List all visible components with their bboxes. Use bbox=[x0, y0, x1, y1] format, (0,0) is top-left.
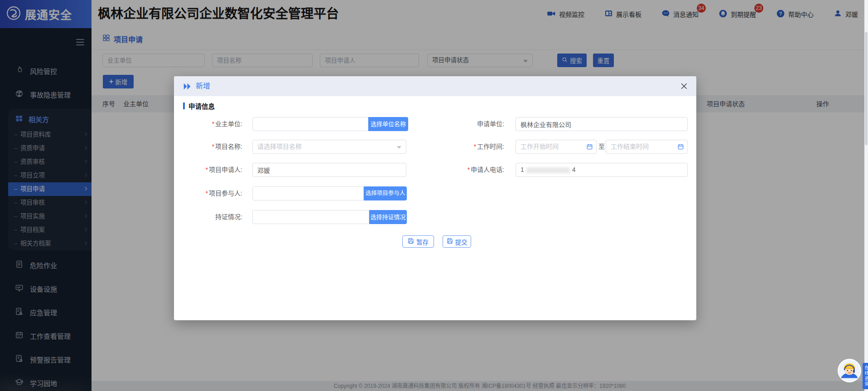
floppy-icon bbox=[408, 238, 414, 245]
online-consult-label[interactable]: 在线咨询 bbox=[863, 363, 868, 389]
calendar-icon bbox=[586, 143, 593, 150]
participants-input[interactable] bbox=[252, 186, 364, 200]
dialog-actions: 暂存 提交 bbox=[174, 235, 696, 248]
form-row: *项目申请人: *申请人电话: 14 bbox=[174, 163, 696, 177]
select-certificate-button[interactable]: 选择持证情况 bbox=[369, 210, 407, 224]
select-owner-unit-button[interactable]: 选择单位名称 bbox=[368, 117, 408, 131]
customer-service-avatar[interactable] bbox=[837, 358, 862, 383]
date-range-separator: 至 bbox=[598, 140, 605, 154]
work-time-label: *工作时间: bbox=[428, 140, 504, 154]
select-participants-button[interactable]: 选择项目参与人 bbox=[364, 186, 407, 200]
dialog-title: 新增 bbox=[196, 76, 210, 96]
certificate-label: 持证情况: bbox=[174, 210, 242, 224]
project-name-select[interactable]: 请选择项目名称 bbox=[252, 140, 406, 154]
applicant-label: *项目申请人: bbox=[174, 163, 242, 177]
apply-unit-label: 申请单位: bbox=[428, 117, 504, 131]
required-star: * bbox=[206, 166, 208, 173]
chevron-down-icon bbox=[397, 146, 401, 149]
applicant-input[interactable] bbox=[252, 163, 406, 177]
required-star: * bbox=[212, 120, 214, 127]
scrollbar-thumb[interactable] bbox=[865, 32, 868, 145]
owner-unit-input[interactable] bbox=[252, 117, 368, 131]
add-dialog: 新增 申请信息 *业主单位: 选择单位名称 申请单位: *项目名称: 请选择项目… bbox=[174, 76, 696, 320]
work-start-date-input[interactable]: 工作开始时间 bbox=[516, 140, 597, 154]
section-accent-bar bbox=[183, 103, 185, 109]
double-chevron-icon bbox=[183, 82, 192, 93]
floppy-icon bbox=[447, 238, 453, 245]
form-row: *项目参与人: 选择项目参与人 bbox=[174, 186, 696, 200]
required-star: * bbox=[474, 143, 476, 150]
close-icon[interactable] bbox=[680, 82, 689, 91]
redacted-phone-digits bbox=[526, 167, 570, 173]
form-row: 持证情况: 选择持证情况 bbox=[174, 210, 696, 224]
phone-input[interactable]: 14 bbox=[516, 163, 688, 177]
section-header: 申请信息 bbox=[183, 101, 215, 111]
required-star: * bbox=[212, 143, 214, 150]
dialog-header: 新增 bbox=[174, 76, 696, 96]
work-end-date-input[interactable]: 工作结束时间 bbox=[606, 140, 688, 154]
certificate-input[interactable] bbox=[252, 210, 369, 224]
phone-label: *申请人电话: bbox=[428, 163, 504, 177]
apply-unit-input[interactable] bbox=[516, 117, 688, 131]
required-star: * bbox=[206, 190, 208, 197]
form-row: *项目名称: 请选择项目名称 *工作时间: 工作开始时间 至 工作结束时间 bbox=[174, 140, 696, 154]
customer-service-widget[interactable]: 在线咨询 bbox=[837, 357, 867, 389]
required-star: * bbox=[468, 166, 470, 173]
form-row: *业主单位: 选择单位名称 申请单位: bbox=[174, 117, 696, 131]
save-draft-button[interactable]: 暂存 bbox=[402, 235, 434, 248]
submit-button[interactable]: 提交 bbox=[443, 235, 471, 248]
participants-label: *项目参与人: bbox=[174, 186, 242, 200]
owner-unit-label: *业主单位: bbox=[174, 117, 242, 131]
project-name-label: *项目名称: bbox=[174, 140, 242, 154]
scrollbar[interactable] bbox=[864, 0, 868, 391]
calendar-icon bbox=[677, 143, 684, 150]
